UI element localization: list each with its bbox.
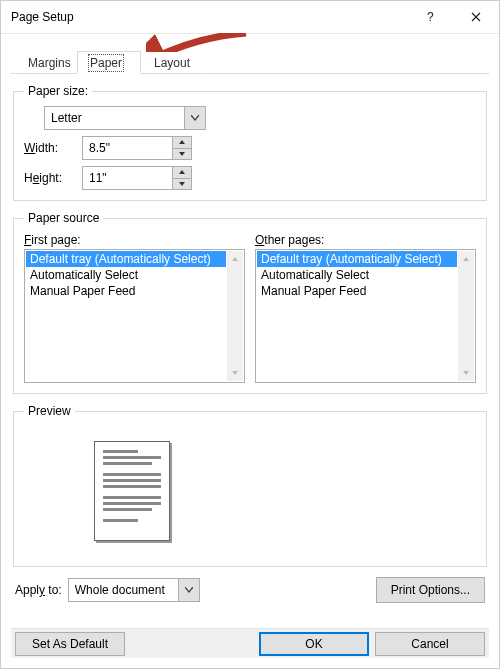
width-spinner[interactable]: 8.5"	[82, 136, 192, 160]
first-page-items: Default tray (Automatically Select) Auto…	[26, 251, 226, 381]
paper-source-group: Paper source First page: Default tray (A…	[13, 211, 487, 394]
width-spin-up[interactable]	[173, 137, 191, 149]
title-bar: Page Setup ?	[1, 1, 499, 34]
scroll-down-button[interactable]	[227, 365, 243, 381]
chevron-down-icon	[191, 115, 199, 121]
list-item[interactable]: Manual Paper Feed	[26, 283, 226, 299]
list-item[interactable]: Automatically Select	[257, 267, 457, 283]
dialog-body: Margins Paper Layout Paper size: Letter	[11, 41, 489, 618]
other-pages-listbox[interactable]: Default tray (Automatically Select) Auto…	[255, 249, 476, 383]
chevron-up-icon	[179, 140, 185, 144]
scrollbar[interactable]	[458, 251, 474, 381]
chevron-down-icon	[185, 587, 193, 593]
chevron-down-icon	[179, 152, 185, 156]
first-page-label: First page:	[24, 233, 245, 247]
chevron-down-icon	[463, 371, 469, 375]
dialog-title: Page Setup	[11, 10, 74, 24]
tab-margins-label: Margins	[28, 56, 71, 70]
scroll-down-button[interactable]	[458, 365, 474, 381]
apply-row: Apply to: Whole document Print Options..…	[11, 577, 489, 603]
scroll-up-button[interactable]	[458, 251, 474, 267]
paper-size-value: Letter	[45, 107, 184, 129]
scroll-track[interactable]	[458, 267, 474, 365]
apply-to-dropdown-button[interactable]	[178, 579, 199, 601]
width-spin-down[interactable]	[173, 149, 191, 160]
paper-size-legend: Paper size:	[24, 84, 92, 98]
set-as-default-label: Set As Default	[32, 637, 108, 651]
tab-paper-label: Paper	[90, 56, 122, 70]
chevron-down-icon	[232, 371, 238, 375]
height-label: Height:	[24, 171, 78, 185]
scroll-track[interactable]	[227, 267, 243, 365]
height-value: 11"	[83, 167, 172, 189]
cancel-label: Cancel	[411, 637, 448, 651]
chevron-up-icon	[463, 257, 469, 261]
height-spinner[interactable]: 11"	[82, 166, 192, 190]
svg-text:?: ?	[427, 11, 434, 23]
close-button[interactable]	[453, 1, 499, 33]
list-item[interactable]: Automatically Select	[26, 267, 226, 283]
set-as-default-button[interactable]: Set As Default	[15, 632, 125, 656]
list-item[interactable]: Default tray (Automatically Select)	[257, 251, 457, 267]
list-item[interactable]: Default tray (Automatically Select)	[26, 251, 226, 267]
tab-strip: Margins Paper Layout	[11, 51, 489, 74]
paper-source-legend: Paper source	[24, 211, 103, 225]
print-options-label: Print Options...	[391, 583, 470, 597]
dialog-footer: Set As Default OK Cancel	[11, 628, 489, 658]
other-pages-label: Other pages:	[255, 233, 476, 247]
chevron-up-icon	[232, 257, 238, 261]
apply-to-combo[interactable]: Whole document	[68, 578, 200, 602]
list-item[interactable]: Manual Paper Feed	[257, 283, 457, 299]
width-value: 8.5"	[83, 137, 172, 159]
tab-layout-label: Layout	[154, 56, 190, 70]
height-spin-up[interactable]	[173, 167, 191, 179]
tab-margins[interactable]: Margins	[15, 52, 77, 74]
paper-size-combo[interactable]: Letter	[44, 106, 206, 130]
help-icon: ?	[424, 11, 436, 23]
cancel-button[interactable]: Cancel	[375, 632, 485, 656]
preview-legend: Preview	[24, 404, 75, 418]
page-setup-dialog: Page Setup ?	[0, 0, 500, 669]
first-page-listbox[interactable]: Default tray (Automatically Select) Auto…	[24, 249, 245, 383]
paper-size-group: Paper size: Letter Width: 8.5"	[13, 84, 487, 201]
help-button[interactable]: ?	[407, 1, 453, 33]
paper-size-dropdown-button[interactable]	[184, 107, 205, 129]
preview-group: Preview	[13, 404, 487, 567]
scroll-up-button[interactable]	[227, 251, 243, 267]
tab-paper[interactable]: Paper	[77, 51, 141, 74]
print-options-button[interactable]: Print Options...	[376, 577, 485, 603]
tab-layout[interactable]: Layout	[141, 52, 205, 74]
width-label: Width:	[24, 141, 78, 155]
chevron-up-icon	[179, 170, 185, 174]
close-icon	[471, 12, 481, 22]
chevron-down-icon	[179, 182, 185, 186]
page-preview	[94, 441, 170, 541]
other-pages-items: Default tray (Automatically Select) Auto…	[257, 251, 457, 381]
apply-to-label: Apply to:	[15, 583, 62, 597]
apply-to-value: Whole document	[69, 579, 178, 601]
ok-button[interactable]: OK	[259, 632, 369, 656]
height-spin-down[interactable]	[173, 179, 191, 190]
scrollbar[interactable]	[227, 251, 243, 381]
ok-label: OK	[305, 637, 322, 651]
